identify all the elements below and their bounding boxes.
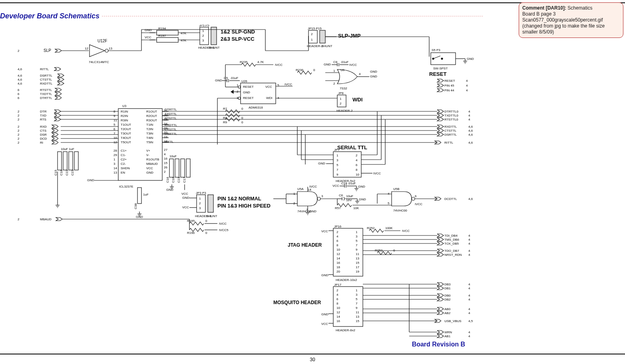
svg-text:4: 4 bbox=[466, 84, 468, 87]
svg-text:R9: R9 bbox=[223, 121, 227, 124]
board-revision: Board Revision B bbox=[412, 341, 465, 348]
svg-text:U5A: U5A bbox=[297, 187, 304, 191]
svg-text:10uF: 10uF bbox=[346, 194, 353, 198]
svg-text:10uF: 10uF bbox=[61, 147, 68, 151]
svg-text:VCC: VCC bbox=[321, 229, 328, 233]
svg-text:2: 2 bbox=[199, 202, 201, 205]
svg-text:DB2: DB2 bbox=[444, 298, 451, 301]
svg-text:VCC: VCC bbox=[332, 184, 339, 188]
svg-text:DCDTTL: DCDTTL bbox=[444, 197, 457, 201]
svg-text:47K: 47K bbox=[181, 32, 187, 35]
svg-text:S5    P3: S5 P3 bbox=[432, 48, 440, 52]
svg-text:4: 4 bbox=[468, 242, 470, 245]
svg-text:47K: 47K bbox=[181, 39, 187, 42]
svg-text:6: 6 bbox=[18, 92, 20, 96]
svg-text:1: 1 bbox=[356, 289, 358, 292]
svg-text:RITTL: RITTL bbox=[40, 67, 49, 71]
svg-text:17: 17 bbox=[356, 265, 359, 269]
svg-marker-125 bbox=[231, 90, 233, 93]
svg-text:VCC: VCC bbox=[321, 322, 328, 326]
svg-text:TXDTTL: TXDTTL bbox=[165, 112, 177, 116]
svg-text:R195: R195 bbox=[187, 219, 195, 223]
svg-text:C18: C18 bbox=[171, 177, 175, 183]
svg-text:C8: C8 bbox=[333, 60, 338, 64]
svg-text:GND: GND bbox=[370, 75, 377, 78]
svg-text:2: 2 bbox=[336, 230, 338, 234]
svg-text:C6: C6 bbox=[339, 194, 343, 197]
svg-text:14: 14 bbox=[113, 166, 117, 170]
comment-line1: Schematics bbox=[567, 5, 592, 11]
svg-text:JTAG HEADER: JTAG HEADER bbox=[288, 242, 322, 248]
svg-text:19: 19 bbox=[164, 135, 167, 139]
svg-text:74VHC00: 74VHC00 bbox=[393, 209, 407, 212]
svg-text:IVCC: IVCC bbox=[275, 63, 283, 67]
svg-text:T2IN: T2IN bbox=[146, 127, 153, 131]
svg-text:13: 13 bbox=[113, 171, 117, 174]
svg-rect-94 bbox=[337, 95, 346, 107]
comment-line3: Scan0577_000grayscale50percent.gif bbox=[522, 17, 603, 23]
comment-line2: Board B page 3 bbox=[522, 11, 555, 17]
svg-text:27: 27 bbox=[164, 148, 167, 152]
svg-text:JP15   P15: JP15 P15 bbox=[308, 27, 322, 30]
svg-text:HEADER-3: HEADER-3 bbox=[198, 46, 215, 49]
svg-text:VCC: VCC bbox=[265, 85, 272, 89]
svg-text:1: 1 bbox=[311, 38, 313, 42]
svg-text:C18: C18 bbox=[60, 170, 63, 176]
svg-text:7S32: 7S32 bbox=[340, 87, 347, 90]
svg-text:T4OUT: T4OUT bbox=[121, 136, 131, 140]
svg-text:TXD: TXD bbox=[40, 114, 46, 117]
svg-text:C2+: C2+ bbox=[121, 158, 127, 161]
svg-text:4,6: 4,6 bbox=[468, 197, 473, 201]
svg-text:4,6: 4,6 bbox=[468, 133, 473, 136]
svg-rect-302 bbox=[197, 195, 205, 212]
svg-text:DTRTTL0: DTRTTL0 bbox=[444, 110, 459, 113]
svg-text:VCC: VCC bbox=[146, 166, 153, 170]
svg-text:GND: GND bbox=[146, 171, 153, 174]
svg-rect-274 bbox=[63, 152, 67, 170]
svg-text:8: 8 bbox=[336, 243, 338, 247]
svg-text:14: 14 bbox=[308, 188, 311, 192]
svg-text:SHUNT: SHUNT bbox=[206, 214, 217, 218]
svg-text:8: 8 bbox=[356, 168, 358, 172]
svg-text:2: 2 bbox=[311, 32, 313, 36]
svg-text:GND: GND bbox=[309, 210, 316, 213]
svg-text:14: 14 bbox=[336, 315, 340, 318]
schematic-diagram: 2 SLP U12F 12 13 74LCX14MTC GND VCC R194… bbox=[18, 25, 481, 340]
svg-text:ICL3237E: ICL3237E bbox=[119, 185, 133, 188]
svg-text:4: 4 bbox=[468, 283, 470, 286]
svg-text:RTSTTL0: RTSTTL0 bbox=[444, 118, 458, 121]
svg-rect-289 bbox=[186, 159, 190, 177]
svg-text:6: 6 bbox=[18, 88, 20, 92]
svg-text:4: 4 bbox=[468, 307, 470, 311]
svg-text:CTS: CTS bbox=[40, 129, 46, 133]
svg-text:GND: GND bbox=[324, 63, 331, 66]
svg-text:U3: U3 bbox=[122, 104, 127, 108]
svg-text:2: 2 bbox=[18, 125, 20, 129]
svg-text:RI: RI bbox=[40, 141, 43, 144]
svg-text:R3OUT: R3OUT bbox=[146, 119, 157, 122]
svg-point-107 bbox=[238, 86, 241, 88]
svg-text:GND: GND bbox=[166, 188, 173, 192]
svg-text:11: 11 bbox=[356, 311, 359, 314]
svg-text:4: 4 bbox=[466, 79, 468, 83]
svg-text:C24: C24 bbox=[341, 182, 347, 185]
svg-text:4: 4 bbox=[468, 311, 470, 315]
svg-text:0: 0 bbox=[205, 219, 207, 223]
svg-rect-35 bbox=[211, 27, 217, 45]
svg-text:SLP: SLP bbox=[44, 48, 51, 53]
svg-text:RITTL: RITTL bbox=[165, 140, 174, 144]
svg-text:16: 16 bbox=[336, 319, 340, 323]
svg-text:26: 26 bbox=[164, 166, 167, 169]
svg-text:1: 1 bbox=[333, 69, 335, 73]
comment-leader-line bbox=[102, 16, 483, 16]
page-number: 30 bbox=[0, 357, 625, 362]
svg-text:19: 19 bbox=[356, 270, 359, 273]
svg-text:15: 15 bbox=[356, 319, 359, 323]
svg-text:2: 2 bbox=[18, 49, 20, 53]
svg-text:RXD: RXD bbox=[40, 125, 47, 129]
svg-text:9: 9 bbox=[336, 173, 338, 176]
svg-text:7: 7 bbox=[336, 168, 338, 172]
svg-text:4: 4 bbox=[466, 89, 468, 92]
svg-text:10uF: 10uF bbox=[169, 154, 177, 158]
svg-text:9: 9 bbox=[113, 114, 115, 118]
